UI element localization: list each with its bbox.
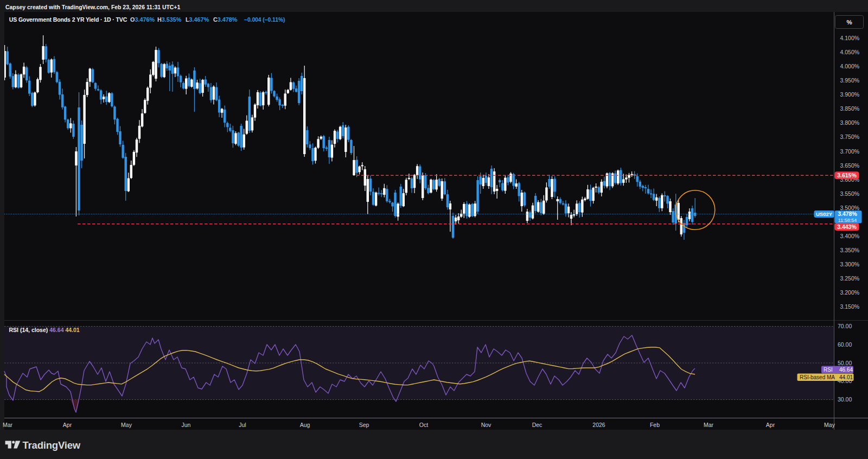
svg-text:30.00: 30.00 (838, 396, 852, 403)
svg-text:−0.004 (−0.11%): −0.004 (−0.11%) (244, 17, 285, 23)
svg-text:Apr: Apr (766, 422, 775, 428)
svg-text:Aug: Aug (300, 422, 310, 428)
svg-text:3.500%: 3.500% (840, 205, 860, 211)
svg-text:US02Y: US02Y (816, 211, 833, 217)
svg-text:70.00: 70.00 (838, 323, 852, 329)
svg-text:May: May (824, 422, 835, 428)
svg-text:L3.467%: L3.467% (186, 16, 209, 23)
svg-text:2026: 2026 (592, 422, 605, 428)
svg-text:US Government Bonds 2 YR Yield: US Government Bonds 2 YR Yield · 1D · TV… (9, 16, 127, 23)
svg-text:3.250%: 3.250% (840, 275, 860, 282)
svg-text:3.700%: 3.700% (840, 148, 860, 155)
svg-text:Capsey created with TradingVie: Capsey created with TradingView.com, Feb… (5, 4, 180, 10)
svg-text:3.300%: 3.300% (840, 261, 860, 267)
svg-text:3.443%: 3.443% (837, 224, 857, 230)
svg-text:C3.478%: C3.478% (213, 16, 238, 23)
svg-text:RSI: RSI (824, 367, 833, 373)
svg-text:Feb: Feb (650, 422, 660, 428)
svg-text:60.00: 60.00 (838, 341, 852, 348)
svg-text:Dec: Dec (532, 422, 542, 428)
svg-text:3.950%: 3.950% (840, 77, 860, 84)
svg-text:Oct: Oct (419, 422, 428, 428)
svg-text:4.000%: 4.000% (840, 63, 860, 69)
svg-text:46.64: 46.64 (839, 367, 853, 373)
svg-text:50.00: 50.00 (838, 360, 852, 366)
svg-text:3.150%: 3.150% (840, 303, 860, 310)
svg-text:4.100%: 4.100% (840, 35, 860, 41)
svg-text:3.400%: 3.400% (840, 233, 860, 239)
svg-text:%: % (846, 19, 852, 25)
svg-text:3.550%: 3.550% (840, 190, 860, 197)
svg-text:3.650%: 3.650% (840, 162, 860, 169)
svg-text:TradingView: TradingView (23, 439, 81, 451)
svg-text:Jun: Jun (182, 422, 191, 428)
svg-text:Sep: Sep (359, 422, 369, 428)
svg-text:May: May (121, 422, 132, 428)
svg-text:H3.535%: H3.535% (157, 16, 182, 23)
svg-text:3.350%: 3.350% (840, 247, 860, 253)
svg-text:3.750%: 3.750% (840, 133, 860, 140)
svg-text:Jul: Jul (239, 422, 246, 428)
svg-text:Mar: Mar (3, 422, 13, 428)
svg-text:RSI (14, close) 46.64 44.01: RSI (14, close) 46.64 44.01 (9, 327, 80, 333)
svg-text:3.200%: 3.200% (840, 289, 860, 296)
svg-text:11:58:54: 11:58:54 (838, 218, 857, 223)
svg-text:Mar: Mar (704, 422, 714, 428)
svg-text:44.01: 44.01 (839, 374, 853, 380)
svg-text:3.800%: 3.800% (840, 119, 860, 126)
svg-text:3.850%: 3.850% (840, 105, 860, 112)
svg-text:4.050%: 4.050% (840, 49, 860, 55)
svg-text:Nov: Nov (481, 422, 492, 428)
svg-text:Apr: Apr (63, 422, 72, 428)
svg-text:3.615%: 3.615% (837, 172, 857, 178)
svg-text:RSI-based MA: RSI-based MA (800, 374, 835, 380)
svg-text:3.900%: 3.900% (840, 91, 860, 98)
svg-text:O3.476%: O3.476% (130, 16, 155, 23)
svg-text:3.478%: 3.478% (838, 211, 857, 217)
